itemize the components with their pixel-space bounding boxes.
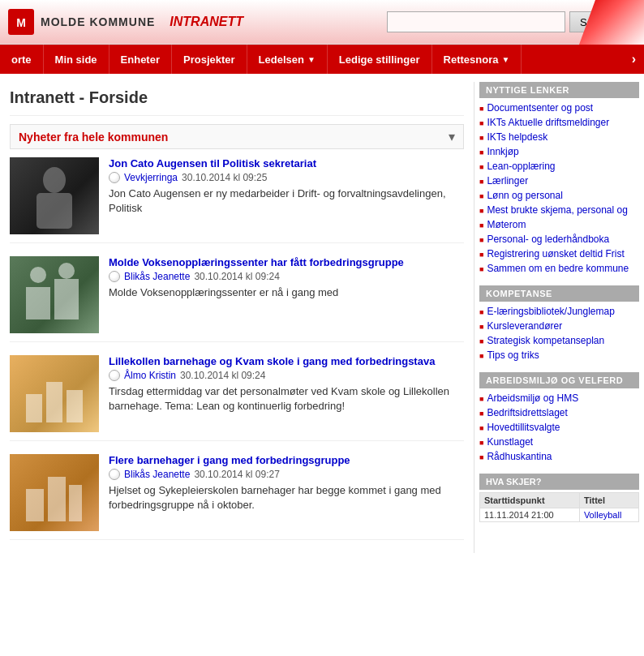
nav-item-rettesnora[interactable]: Rettesnora ▼ <box>432 45 522 74</box>
nav-item-orte[interactable]: orte <box>0 45 44 74</box>
news-date-2: 30.10.2014 kl 09:24 <box>194 271 279 282</box>
sidebar-hva-skjer-header: HVA SKJER? <box>479 474 639 490</box>
sidebar-link-kunstlaget[interactable]: ■Kunstlaget <box>479 435 639 449</box>
news-image-1 <box>10 157 99 234</box>
hva-row1-tittel[interactable]: Volleyball <box>579 508 638 522</box>
svg-rect-4 <box>26 287 50 319</box>
sidebar-link-bedriftsidrettslaget[interactable]: ■Bedriftsidrettslaget <box>479 405 639 420</box>
sidebar: NYTTIGE LENKER ■Documentsenter og post ■… <box>474 82 644 553</box>
nav-item-enheter[interactable]: Enheter <box>109 45 172 74</box>
news-excerpt-3: Tirsdag ettermiddag var det personalmøte… <box>109 384 464 414</box>
logo-intranett-text: INTRANETT <box>170 15 243 29</box>
sidebar-link-registrering[interactable]: ■Registrering uønsket deltid Frist <box>479 247 639 261</box>
news-excerpt-4: Hjelset og Sykepleierskolen barnehager h… <box>109 483 464 512</box>
nav: orte Min side Enheter Prosjekter Ledelse… <box>0 45 644 74</box>
sidebar-link-kursleverandorer[interactable]: ■Kursleverandører <box>479 319 639 333</box>
news-excerpt-1: Jon Cato Augensen er ny medarbeider i Dr… <box>109 187 464 216</box>
logo-org-text: MOLDE KOMMUNE <box>41 15 155 28</box>
news-title-2[interactable]: Molde Voksenopplæringssenter har fått fo… <box>109 256 464 268</box>
news-title-4[interactable]: Flere barnehager i gang med forbedringsg… <box>109 454 464 466</box>
nav-more[interactable]: › <box>624 45 644 74</box>
page-title: Intranett - Forside <box>10 82 464 116</box>
news-image-3 <box>10 355 99 432</box>
sidebar-link-ikts-driftsmeldinger[interactable]: ■IKTs Aktuelle driftsmeldinger <box>479 115 639 130</box>
sidebar-link-strategisk[interactable]: ■Strategisk kompetanseplan <box>479 333 639 348</box>
news-author-4[interactable]: Blikås Jeanette <box>124 469 190 480</box>
svg-rect-10 <box>67 390 83 422</box>
news-item-2: Molde Voksenopplæringssenter har fått fo… <box>10 256 464 342</box>
svg-text:M: M <box>16 16 26 29</box>
svg-rect-8 <box>26 394 42 422</box>
sidebar-link-hovedtillitsvalgte[interactable]: ■Hovedtillitsvalgte <box>479 420 639 435</box>
news-item-4: Flere barnehager i gang med forbedringsg… <box>10 454 464 540</box>
sidebar-link-laerlinger[interactable]: ■Lærlinger <box>479 174 639 188</box>
news-body-4: Flere barnehager i gang med forbedringsg… <box>109 454 464 531</box>
hva-row1-starttidspunkt: 11.11.2014 21:00 <box>480 508 580 522</box>
news-status-dot-4 <box>109 469 120 480</box>
news-dropdown-icon[interactable]: ▾ <box>449 129 455 144</box>
nav-item-ledelsen[interactable]: Ledelsen ▼ <box>247 45 328 74</box>
news-author-2[interactable]: Blikås Jeanette <box>124 271 190 282</box>
news-image-4 <box>10 454 99 531</box>
news-status-dot-1 <box>109 172 120 183</box>
news-date-4: 30.10.2014 kl 09:27 <box>194 469 279 480</box>
news-author-1[interactable]: Vevkjerringa <box>124 172 178 183</box>
nav-item-prosjekter[interactable]: Prosjekter <box>172 45 247 74</box>
hva-col-tittel: Tittel <box>579 493 638 508</box>
sidebar-link-mest-brukte[interactable]: ■Mest brukte skjema, personal og <box>479 203 639 217</box>
header: M MOLDE KOMMUNE INTRANETT Søk ? <box>0 0 644 45</box>
nav-item-min-side[interactable]: Min side <box>44 45 109 74</box>
sidebar-link-innkjop[interactable]: ■Innkjøp <box>479 144 639 159</box>
sidebar-section-nyttige-lenker: NYTTIGE LENKER ■Documentsenter og post ■… <box>479 82 639 276</box>
sidebar-link-personal-lederhåndboka[interactable]: ■Personal- og lederhåndboka <box>479 232 639 247</box>
sidebar-link-documentsenter[interactable]: ■Documentsenter og post <box>479 101 639 115</box>
news-meta-1: Vevkjerringa 30.10.2014 kl 09:25 <box>109 172 464 183</box>
search-input[interactable] <box>387 11 565 32</box>
hva-skjer-table: Starttidspunkt Tittel 11.11.2014 21:00 V… <box>479 492 639 522</box>
news-excerpt-2: Molde Voksenopplæringssenter er nå i gan… <box>109 285 464 300</box>
news-status-dot-3 <box>109 370 120 381</box>
hva-col-starttidspunkt: Starttidspunkt <box>480 493 580 508</box>
news-author-3[interactable]: Ålmo Kristin <box>124 370 176 381</box>
sidebar-link-lean-opplaering[interactable]: ■Lean-opplæring <box>479 159 639 174</box>
svg-rect-13 <box>69 485 82 521</box>
svg-rect-9 <box>46 382 62 422</box>
sidebar-link-tips-triks[interactable]: ■Tips og triks <box>479 348 639 362</box>
sidebar-link-radhuskantina[interactable]: ■Rådhuskantina <box>479 449 639 464</box>
content-area: Intranett - Forside Nyheter fra hele kom… <box>0 74 644 561</box>
sidebar-section-kompetanse-header: KOMPETANSE <box>479 285 639 302</box>
news-section-title: Nyheter fra hele kommunen <box>19 131 168 144</box>
news-title-1[interactable]: Jon Cato Augensen til Politisk sekretari… <box>109 157 464 169</box>
sidebar-link-lonn-personal[interactable]: ■Lønn og personal <box>479 188 639 203</box>
svg-point-7 <box>58 263 75 279</box>
hva-table-row-1: 11.11.2014 21:00 Volleyball <box>480 508 639 522</box>
news-title-3[interactable]: Lillekollen barnehage og Kvam skole i ga… <box>109 355 464 367</box>
sidebar-link-ikts-helpdesk[interactable]: ■IKTs helpdesk <box>479 130 639 144</box>
svg-rect-3 <box>36 193 72 229</box>
sidebar-section-nyttige-lenker-header: NYTTIGE LENKER <box>479 82 639 98</box>
sidebar-link-moterom[interactable]: ■Møterom <box>479 217 639 232</box>
sidebar-section-kompetanse: KOMPETANSE ■E-læringsbibliotek/Junglemap… <box>479 285 639 362</box>
nav-item-ledige-stillinger[interactable]: Ledige stillinger <box>328 45 432 74</box>
svg-point-2 <box>43 167 66 193</box>
sidebar-section-arbeidsmiljo-header: ARBEIDSMILJØ OG VELFERD <box>479 372 639 388</box>
svg-rect-12 <box>48 477 66 521</box>
news-body-3: Lillekollen barnehage og Kvam skole i ga… <box>109 355 464 432</box>
sidebar-link-arbeidsmiljo-hms[interactable]: ■Arbeidsmiljø og HMS <box>479 391 639 405</box>
news-meta-3: Ålmo Kristin 30.10.2014 kl 09:24 <box>109 370 464 381</box>
logo-icon: M <box>8 9 34 35</box>
svg-rect-5 <box>54 279 79 319</box>
sidebar-section-arbeidsmiljo: ARBEIDSMILJØ OG VELFERD ■Arbeidsmiljø og… <box>479 372 639 464</box>
news-date-1: 30.10.2014 kl 09:25 <box>182 172 267 183</box>
news-section-header: Nyheter fra hele kommunen ▾ <box>10 124 464 149</box>
svg-point-6 <box>30 267 46 283</box>
news-status-dot-2 <box>109 271 120 282</box>
news-item-1: Jon Cato Augensen til Politisk sekretari… <box>10 157 464 243</box>
logo-area: M MOLDE KOMMUNE INTRANETT <box>8 9 243 35</box>
news-image-2 <box>10 256 99 333</box>
header-decoration <box>579 0 644 45</box>
sidebar-link-elaering[interactable]: ■E-læringsbibliotek/Junglemap <box>479 304 639 319</box>
sidebar-link-sammen[interactable]: ■Sammen om en bedre kommune <box>479 261 639 276</box>
main-content: Intranett - Forside Nyheter fra hele kom… <box>0 82 474 553</box>
news-body-2: Molde Voksenopplæringssenter har fått fo… <box>109 256 464 333</box>
